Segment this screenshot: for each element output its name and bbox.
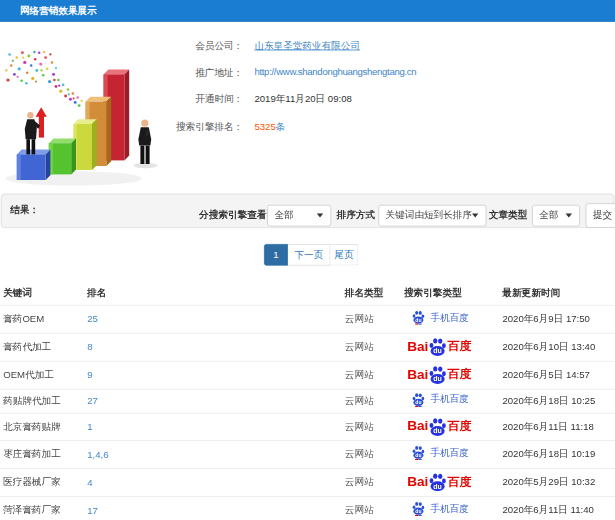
svg-text:du: du: [434, 427, 443, 434]
svg-text:du: du: [415, 452, 421, 458]
svg-text:du: du: [415, 317, 421, 323]
svg-text:du: du: [434, 483, 443, 490]
svg-text:du: du: [415, 399, 421, 405]
svg-text:du: du: [415, 508, 421, 514]
svg-text:du: du: [434, 375, 443, 382]
svg-text:du: du: [434, 347, 443, 354]
